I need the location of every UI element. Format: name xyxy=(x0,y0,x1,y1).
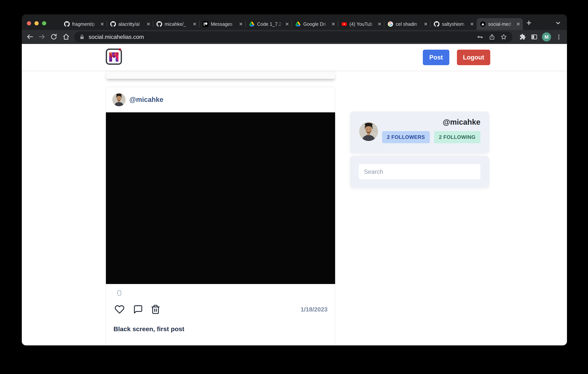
post-image xyxy=(106,112,335,284)
profile-username: @micahke xyxy=(443,118,480,126)
url-text[interactable]: social.micahelias.com xyxy=(89,34,472,40)
reload-icon xyxy=(50,33,58,41)
like-count: 0 xyxy=(117,288,122,298)
extensions-button[interactable] xyxy=(518,32,527,41)
tab-micahke[interactable]: micahke/_ ✕ xyxy=(153,18,199,30)
star-icon xyxy=(500,33,507,41)
post-caption: Black screen, first post xyxy=(114,325,184,333)
tab-title: saltyshiom xyxy=(442,21,469,27)
profile-card: @micahke 2 FOLLOWERS 2 FOLLOWING xyxy=(350,111,489,153)
tab-strip: fragment/p ✕ alacritty/al ✕ micahke/_ ✕ xyxy=(22,14,567,30)
new-tab-button[interactable]: + xyxy=(524,18,534,27)
post-date: 1/18/2023 xyxy=(301,304,327,314)
address-bar[interactable]: social.micahelias.com xyxy=(74,32,512,43)
kebab-menu-icon xyxy=(556,34,562,40)
tab-title: Messages xyxy=(211,21,238,27)
reload-button[interactable] xyxy=(49,32,58,41)
password-manager-button[interactable] xyxy=(476,33,484,41)
tab-social-media-active[interactable]: social-med ✕ xyxy=(477,18,523,30)
tab-google-search[interactable]: cel shadin ✕ xyxy=(384,18,430,30)
google-drive-icon xyxy=(295,21,301,27)
post-card: @micahke 0 1/18/2023 Black screen, first… xyxy=(106,87,335,345)
search-card xyxy=(350,156,489,188)
github-icon xyxy=(110,21,116,27)
bookmark-button[interactable] xyxy=(500,33,507,41)
site-logo[interactable] xyxy=(105,48,122,65)
key-icon xyxy=(477,33,484,40)
following-badge[interactable]: 2 FOLLOWING xyxy=(434,131,480,143)
google-drive-icon xyxy=(249,21,255,27)
home-icon xyxy=(62,33,70,41)
post-author-avatar xyxy=(112,93,126,106)
youtube-icon xyxy=(341,21,347,27)
vercel-icon xyxy=(480,21,486,27)
tab-close-button[interactable]: ✕ xyxy=(424,21,428,27)
tab-search-button[interactable] xyxy=(554,20,562,26)
window-close-button[interactable] xyxy=(27,21,31,25)
tab-list: fragment/p ✕ alacritty/al ✕ micahke/_ ✕ xyxy=(61,14,523,30)
tab-title: alacritty/al xyxy=(118,21,145,27)
share-icon xyxy=(489,34,495,40)
github-icon xyxy=(64,21,70,27)
like-button[interactable] xyxy=(115,304,125,314)
tab-title: social-med xyxy=(488,21,515,27)
tab-close-button[interactable]: ✕ xyxy=(193,21,197,27)
tab-title: Google Dri xyxy=(303,21,330,27)
post-button[interactable]: Post xyxy=(423,50,449,65)
desktop-background: fragment/p ✕ alacritty/al ✕ micahke/_ ✕ xyxy=(0,0,588,374)
arrow-right-icon xyxy=(38,33,46,41)
tab-google-drive[interactable]: Google Dri ✕ xyxy=(292,18,338,30)
tab-close-button[interactable]: ✕ xyxy=(239,21,243,27)
heart-icon xyxy=(115,304,125,314)
tab-close-button[interactable]: ✕ xyxy=(470,21,474,27)
side-panel-button[interactable] xyxy=(530,32,539,41)
puzzle-icon xyxy=(519,33,526,41)
tab-messages[interactable]: Messages ✕ xyxy=(199,18,245,30)
tab-fragment[interactable]: fragment/p ✕ xyxy=(61,18,107,30)
lock-icon[interactable] xyxy=(79,34,85,40)
tab-youtube[interactable]: (4) YouTub ✕ xyxy=(338,18,384,30)
tab-close-button[interactable]: ✕ xyxy=(285,21,289,27)
github-icon xyxy=(157,21,162,27)
side-panel-icon xyxy=(531,33,538,41)
tab-close-button[interactable]: ✕ xyxy=(147,21,150,27)
forward-button[interactable] xyxy=(38,32,46,41)
trash-icon xyxy=(151,304,160,314)
chevron-down-icon xyxy=(555,20,561,26)
tab-code-drive-file[interactable]: Code 1_7.2 ✕ xyxy=(245,18,292,30)
back-button[interactable] xyxy=(26,32,34,41)
window-maximize-button[interactable] xyxy=(42,21,46,25)
share-button[interactable] xyxy=(488,33,496,41)
m-logo-icon xyxy=(105,48,122,65)
arrow-left-icon xyxy=(26,33,34,41)
tab-title: micahke/_ xyxy=(165,21,191,27)
browser-window: fragment/p ✕ alacritty/al ✕ micahke/_ ✕ xyxy=(22,14,567,345)
comment-button[interactable] xyxy=(133,304,143,314)
tab-alacritty[interactable]: alacritty/al ✕ xyxy=(107,18,153,30)
tab-saltyshiom[interactable]: saltyshiom ✕ xyxy=(430,18,477,30)
followers-badge[interactable]: 2 FOLLOWERS xyxy=(382,131,430,143)
tab-title: (4) YouTub xyxy=(349,21,376,27)
site-header: Post Logout xyxy=(22,44,567,71)
google-icon xyxy=(388,21,393,27)
tab-close-button[interactable]: ✕ xyxy=(100,21,104,27)
browser-menu-button[interactable] xyxy=(555,32,563,41)
browser-profile-avatar[interactable]: M xyxy=(542,32,551,42)
tab-title: Code 1_7.2 xyxy=(257,21,284,27)
patreon-icon xyxy=(203,21,208,27)
tab-close-button[interactable]: ✕ xyxy=(378,21,381,27)
tab-close-button[interactable]: ✕ xyxy=(331,21,335,27)
home-button[interactable] xyxy=(62,32,71,41)
profile-stats: 2 FOLLOWERS 2 FOLLOWING xyxy=(382,131,480,143)
window-minimize-button[interactable] xyxy=(34,21,39,25)
post-author-username: @micahke xyxy=(129,87,163,112)
delete-post-button[interactable] xyxy=(151,304,160,314)
tab-title: cel shadin xyxy=(396,21,423,27)
previous-card-edge xyxy=(106,71,335,79)
comment-icon xyxy=(133,304,143,314)
search-input[interactable] xyxy=(358,164,481,180)
github-icon xyxy=(434,21,440,27)
tab-close-button[interactable]: ✕ xyxy=(516,21,520,27)
logout-button[interactable]: Logout xyxy=(457,50,490,65)
browser-toolbar: social.micahelias.com M xyxy=(22,30,567,44)
